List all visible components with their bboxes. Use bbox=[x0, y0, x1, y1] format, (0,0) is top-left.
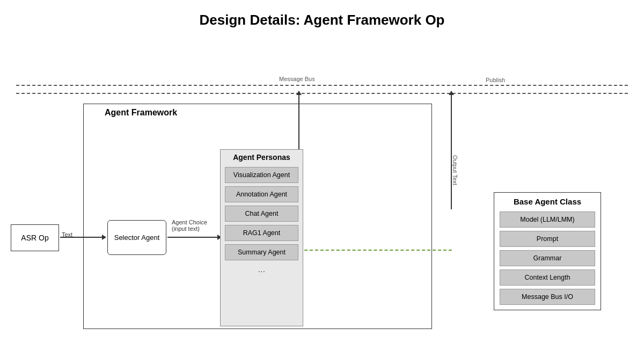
arrow-asr-to-selector bbox=[60, 237, 106, 238]
base-agent-context: Context Length bbox=[500, 269, 595, 286]
base-agent-message-bus: Message Bus I/O bbox=[500, 289, 595, 305]
agent-personas-box: Agent Personas Visualization Agent Annot… bbox=[220, 149, 303, 326]
persona-annotation: Annotation Agent bbox=[225, 186, 298, 202]
persona-summary: Summary Agent bbox=[225, 244, 298, 260]
base-agent-model: Model (LLM/LMM) bbox=[500, 211, 595, 228]
base-agent-grammar: Grammar bbox=[500, 250, 595, 266]
publish-label: Publish bbox=[486, 77, 505, 83]
message-bus-label: Message Bus bbox=[279, 76, 315, 82]
selector-agent-box: Selector Agent bbox=[107, 220, 166, 255]
arrow-selector-to-personas bbox=[167, 237, 221, 238]
page-title: Design Details: Agent Framework Op bbox=[0, 0, 644, 34]
base-agent-class-label-inner: Base Agent Class bbox=[494, 193, 601, 208]
arrow-up-publish bbox=[451, 91, 452, 209]
message-bus-line-2 bbox=[16, 93, 628, 94]
agent-personas-label-inner: Agent Personas bbox=[221, 150, 303, 164]
agent-choice-label: Agent Choice bbox=[172, 219, 207, 225]
input-text-label: (input text) bbox=[172, 225, 200, 232]
persona-chat: Chat Agent bbox=[225, 206, 298, 222]
base-agent-prompt: Prompt bbox=[500, 231, 595, 247]
base-agent-class-box: Base Agent Class Model (LLM/LMM) Prompt … bbox=[494, 192, 601, 310]
message-bus-line-1 bbox=[16, 85, 628, 86]
diagram-area: Message Bus Publish Agent Framework ASR … bbox=[0, 34, 644, 340]
persona-dots: ... bbox=[221, 265, 303, 274]
persona-visualization: Visualization Agent bbox=[225, 167, 298, 183]
asr-op-box: ASR Op bbox=[11, 224, 59, 251]
arrow-up-into-personas bbox=[298, 91, 299, 150]
rag-dashed-line bbox=[304, 250, 452, 251]
persona-rag1: RAG1 Agent bbox=[225, 225, 298, 241]
output-text-label: Output Text bbox=[452, 155, 458, 185]
agent-framework-label: Agent Framework bbox=[105, 108, 177, 118]
